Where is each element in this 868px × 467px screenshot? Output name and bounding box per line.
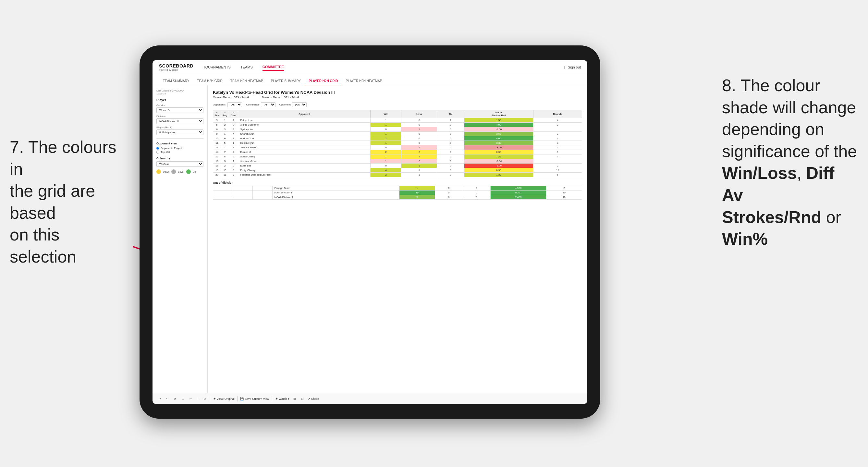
toolbar-grid[interactable]: ⊡ bbox=[180, 397, 186, 401]
toolbar-view-original[interactable]: 👁 View: Original bbox=[213, 397, 235, 401]
opponents-filter-select[interactable]: (All) bbox=[227, 102, 242, 107]
nav-committee[interactable]: COMMITTEE bbox=[262, 64, 284, 71]
cell-win: 2 bbox=[371, 173, 401, 177]
opponents-played-radio[interactable]: Opponents Played bbox=[156, 147, 204, 150]
cell-diff: 3.33 bbox=[464, 141, 533, 145]
main-table: #Div #Reg #Conf Opponent Win Loss Tie Di… bbox=[213, 110, 582, 177]
sign-out-link[interactable]: Sign out bbox=[568, 65, 581, 69]
cell-rounds: 10 bbox=[546, 195, 582, 199]
legend-level-dot bbox=[171, 169, 176, 174]
table-row: 15 8 5 Stella Cheng 1 1 0 1.25 4 bbox=[213, 154, 582, 159]
division-record-label: Division Record: 331 - 34 - 6 bbox=[262, 96, 299, 99]
cell-diff: -5.00 bbox=[464, 163, 533, 168]
cell-opponent: Jessica Mason bbox=[238, 159, 371, 163]
top100-input[interactable] bbox=[156, 151, 159, 154]
th-div: #Div bbox=[213, 110, 221, 118]
cell-reg: 2 bbox=[221, 163, 229, 168]
legend-level-label: Level bbox=[178, 170, 184, 173]
cell-rounds: 3 bbox=[533, 123, 582, 127]
cell-win: 0 bbox=[371, 145, 401, 150]
player-rank-label: Player (Rank) bbox=[156, 126, 204, 129]
opponent-filter-select[interactable]: (All) bbox=[292, 102, 307, 107]
th-reg: #Reg bbox=[221, 110, 229, 118]
tablet: SCOREBOARD Powered by clippd TOURNAMENTS… bbox=[140, 45, 600, 418]
cell-diff: -0.94 bbox=[464, 159, 533, 163]
toolbar-redo[interactable]: ↪ bbox=[165, 397, 170, 401]
colour-by-select[interactable]: Win/loss bbox=[156, 161, 204, 167]
cell-rounds: 6 bbox=[533, 173, 582, 177]
cell-diff: 7.400 bbox=[491, 195, 547, 199]
cell-conf: 1 bbox=[229, 118, 238, 123]
player-rank-select[interactable]: 8. Katelyn Vo bbox=[156, 129, 204, 135]
sub-nav-player-h2h-heatmap[interactable]: PLAYER H2H HEATMAP bbox=[342, 77, 386, 85]
cell-tie: 1 bbox=[437, 118, 464, 123]
cell-rounds: 4 bbox=[533, 118, 582, 123]
toolbar-cut[interactable]: ✂ bbox=[188, 397, 193, 401]
cell-diff: 1.50 bbox=[464, 118, 533, 123]
sub-nav-player-h2h-grid[interactable]: PLAYER H2H GRID bbox=[305, 77, 342, 85]
logo-text: SCOREBOARD bbox=[159, 63, 193, 68]
cell-div: 10 bbox=[213, 136, 221, 141]
cell-div: 14 bbox=[213, 150, 221, 154]
cell-conf: 2 bbox=[229, 163, 238, 168]
conference-filter: Conference (All) bbox=[246, 102, 275, 107]
cell-tie: 0 bbox=[437, 163, 464, 168]
bottom-toolbar: ↩ ↪ ⟳ ⊡ ✂ · ⊙ 👁 View: Original 💾 Save Cu… bbox=[153, 393, 587, 404]
opponents-played-input[interactable] bbox=[156, 147, 159, 150]
toolbar-dot[interactable]: · bbox=[196, 397, 199, 401]
record-row: Overall Record: 353 - 34 - 6 Division Re… bbox=[213, 96, 582, 99]
cell-diff: 4.00 bbox=[464, 136, 533, 141]
gender-select[interactable]: Women's bbox=[156, 107, 204, 113]
cell-rounds: 11 bbox=[533, 168, 582, 173]
cell-loss: 1 bbox=[401, 163, 437, 168]
cell-reg: 8 bbox=[221, 154, 229, 159]
table-row: 3 1 1 Esther Lee 1 0 1 1.50 4 bbox=[213, 118, 582, 123]
sub-nav-player-summary[interactable]: PLAYER SUMMARY bbox=[267, 77, 305, 85]
toolbar-share[interactable]: ↗ Share bbox=[308, 397, 319, 401]
toolbar-icon2[interactable]: ⊟ bbox=[300, 397, 305, 401]
toolbar-circle[interactable]: ⊙ bbox=[202, 397, 207, 401]
cell-rounds: 3 bbox=[533, 132, 582, 136]
toolbar-watch[interactable]: 👁 Watch ▾ bbox=[275, 397, 289, 401]
cell-rounds: 4 bbox=[533, 136, 582, 141]
cell-win: 1 bbox=[371, 132, 401, 136]
sub-nav-team-summary[interactable]: TEAM SUMMARY bbox=[159, 77, 193, 85]
division-select[interactable]: NCAA Division III bbox=[156, 119, 204, 124]
cell-conf: 2 bbox=[229, 123, 238, 127]
cell-rounds: 9 bbox=[533, 150, 582, 154]
cell-diff: -1.00 bbox=[464, 127, 533, 132]
nav-teams[interactable]: TEAMS bbox=[241, 64, 253, 70]
cell-rounds: 2 bbox=[546, 186, 582, 190]
opponents-filter: Opponents: (All) bbox=[213, 102, 242, 107]
division-label: Division bbox=[156, 115, 204, 118]
top100-radio[interactable]: Top 100 bbox=[156, 151, 204, 154]
nav-tournaments[interactable]: TOURNAMENTS bbox=[203, 64, 231, 70]
cell-reg: 3 bbox=[221, 127, 229, 132]
opponent-view-title: Opponent view bbox=[156, 142, 204, 145]
cell-loss: 1 bbox=[401, 145, 437, 150]
sidebar-player-title: Player bbox=[156, 98, 204, 102]
toolbar-icon1[interactable]: ⊞ bbox=[292, 397, 297, 401]
cell-tie: 0 bbox=[463, 186, 491, 190]
cell-loss: 0 bbox=[435, 195, 463, 199]
cell-opponent: Esther Lee bbox=[238, 118, 371, 123]
cell-div: 9 bbox=[213, 132, 221, 136]
gender-label: Gender bbox=[156, 104, 204, 107]
table-row: 19 10 6 Emily Chang 4 1 0 0.30 11 bbox=[213, 168, 582, 173]
conference-filter-select[interactable]: (All) bbox=[261, 102, 276, 107]
cell-loss: 1 bbox=[401, 154, 437, 159]
toolbar-save-custom[interactable]: 💾 Save Custom View bbox=[240, 397, 269, 401]
sidebar-divider bbox=[156, 138, 204, 138]
toolbar-undo[interactable]: ↩ bbox=[157, 397, 162, 401]
cell-conf bbox=[252, 190, 272, 195]
toolbar-divider-2 bbox=[237, 396, 238, 401]
cell-opponent: Foreign Team bbox=[272, 186, 399, 190]
sub-nav-team-h2h-heatmap[interactable]: TEAM H2H HEATMAP bbox=[226, 77, 267, 85]
cell-conf: 7 bbox=[229, 173, 238, 177]
cell-loss: 1 bbox=[401, 173, 437, 177]
sub-nav-team-h2h-grid[interactable]: TEAM H2H GRID bbox=[193, 77, 226, 85]
overall-record-label: Overall Record: 353 - 34 - 6 bbox=[213, 96, 249, 99]
toolbar-refresh[interactable]: ⟳ bbox=[173, 397, 178, 401]
cell-loss: 0 bbox=[401, 136, 437, 141]
cell-conf: 3 bbox=[229, 136, 238, 141]
